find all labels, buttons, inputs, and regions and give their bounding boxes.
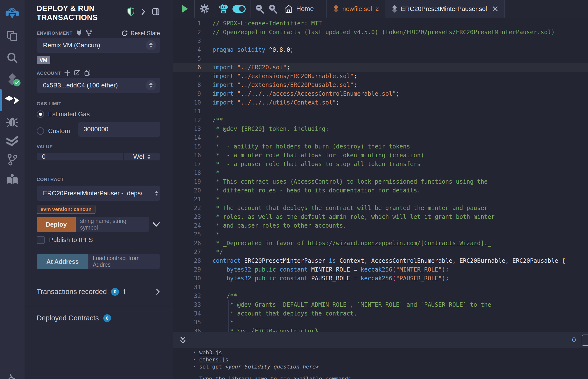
line-number: 24 <box>173 221 201 230</box>
deploy-args-input[interactable]: string name, string symbol <box>76 217 149 232</box>
terminal-bar[interactable]: 0 <box>173 332 588 348</box>
code-line[interactable]: 8import "../extensions/ERC20Pausable.sol… <box>173 80 588 89</box>
code-line[interactable]: 17 * - a pauser role that allows to stop… <box>173 160 588 169</box>
tab-erc20presetminterpauser[interactable]: ERC20PresetMinterPauser.sol <box>385 0 505 17</box>
terminal-item[interactable]: web3.js <box>193 349 588 356</box>
copy-account-icon[interactable] <box>84 69 91 77</box>
code-line[interactable]: 35 * <box>173 318 588 327</box>
terminal-search-box[interactable] <box>582 334 588 346</box>
code-line[interactable]: 2// OpenZeppelin Contracts (last updated… <box>173 28 588 37</box>
code-line[interactable]: 7import "../extensions/ERC20Burnable.sol… <box>173 72 588 80</box>
custom-gas-input[interactable]: 3000000 <box>78 122 160 137</box>
code-line[interactable]: 15 * - ability for holders to burn (dest… <box>173 142 588 151</box>
run-script-icon[interactable] <box>181 0 189 17</box>
contract-select[interactable]: ERC20PresetMinterPauser - .deps/ <box>37 186 160 201</box>
contract-label-row: CONTRACT <box>37 177 160 182</box>
terminal-output[interactable]: web3.jsethers.jssol-gpt <your Solidity q… <box>173 348 588 379</box>
code-line[interactable]: 19 * This contract uses {AccessControl} … <box>173 177 588 186</box>
close-tab-icon[interactable] <box>492 6 498 12</box>
at-address-input[interactable]: Load contract from Addres <box>88 254 160 269</box>
static-analysis-icon[interactable] <box>0 136 24 147</box>
expand-transactions-icon[interactable] <box>156 289 160 295</box>
learneth-icon[interactable] <box>0 173 24 186</box>
code-editor[interactable]: 1// SPDX-License-Identifier: MIT2// Open… <box>173 17 588 332</box>
ai-copilot-robot-icon[interactable] <box>219 0 229 17</box>
select-arrows-icon <box>155 191 158 196</box>
pin-panel-icon[interactable] <box>152 8 160 17</box>
estimated-gas-radio[interactable] <box>37 111 44 118</box>
code-line[interactable]: 24 * and pauser roles to other accounts. <box>173 221 588 230</box>
code-line[interactable]: 1// SPDX-License-Identifier: MIT <box>173 19 588 28</box>
shield-icon[interactable] <box>127 7 135 17</box>
code-line[interactable]: 16 * - a minter role that allows for tok… <box>173 151 588 160</box>
zoom-in-icon[interactable] <box>268 0 278 17</box>
gas-limit-row: GAS LIMIT <box>37 101 160 107</box>
deploy-button[interactable]: Deploy <box>37 217 76 232</box>
deploy-run-icon[interactable] <box>0 95 24 107</box>
code-line[interactable]: 12/** <box>173 116 588 125</box>
search-icon[interactable] <box>0 52 24 64</box>
expand-terminal-icon[interactable] <box>179 336 186 344</box>
code-line[interactable]: 26 * _Deprecated in favor of https://wiz… <box>173 239 588 248</box>
publish-ipfs-checkbox[interactable] <box>37 236 45 244</box>
tab-newfile[interactable]: newfile.sol 2 <box>327 0 385 17</box>
line-number: 32 <box>173 292 201 300</box>
at-address-button[interactable]: At Address <box>37 254 88 269</box>
custom-gas-radio[interactable] <box>37 127 44 135</box>
home-tab[interactable]: Home <box>284 0 314 17</box>
git-icon[interactable] <box>0 153 24 166</box>
code-line[interactable]: 36 * See {ERC20-constructor}. <box>173 327 588 332</box>
code-line[interactable]: 22 * The account that deploys the contra… <box>173 204 588 212</box>
expand-constructor-icon[interactable] <box>153 222 160 227</box>
plug-icon[interactable] <box>76 29 82 37</box>
code-line[interactable]: 20 * different roles - head to its docum… <box>173 186 588 195</box>
copilot-toggle[interactable] <box>232 5 246 13</box>
code-line[interactable]: 28contract ERC20PresetMinterPauser is Co… <box>173 256 588 265</box>
code-line[interactable]: 18 * <box>173 169 588 177</box>
chevron-right-icon[interactable] <box>141 8 145 16</box>
code-line[interactable]: 23 * roles, as well as the default admin… <box>173 212 588 221</box>
debugger-icon[interactable] <box>0 115 24 128</box>
code-line[interactable]: 25 * <box>173 230 588 239</box>
code-line[interactable]: 29 bytes32 public constant MINTER_ROLE =… <box>173 265 588 274</box>
main-area: Home newfile.sol 2 ERC20PresetMinterPaus… <box>173 0 588 379</box>
code-line[interactable]: 34 * account that deploys the contract. <box>173 309 588 318</box>
line-number: 10 <box>173 98 201 107</box>
code-line[interactable]: 14 * <box>173 133 588 142</box>
terminal-item[interactable]: ethers.js <box>193 356 588 363</box>
info-icon[interactable]: i <box>123 288 125 296</box>
code-line[interactable]: 6import "../ERC20.sol"; <box>173 63 588 72</box>
code-line[interactable]: 10import "../../../utils/Context.sol"; <box>173 98 588 107</box>
solidity-compiler-icon[interactable] <box>0 73 24 86</box>
code-line[interactable]: 33 * @dev Grants `DEFAULT_ADMIN_ROLE`, `… <box>173 300 588 309</box>
code-line[interactable]: 5 <box>173 54 588 63</box>
plugin-manager-icon[interactable] <box>0 373 24 379</box>
code-line[interactable]: 27 */ <box>173 248 588 256</box>
line-number: 28 <box>173 256 201 265</box>
value-input[interactable]: 0 <box>37 153 124 160</box>
remix-logo-icon[interactable] <box>0 5 24 20</box>
zoom-out-icon[interactable] <box>255 0 264 17</box>
file-explorer-icon[interactable] <box>0 30 24 42</box>
code-line[interactable]: 30 bytes32 public constant PAUSER_ROLE =… <box>173 274 588 283</box>
code-line[interactable]: 21 * <box>173 195 588 204</box>
code-line[interactable]: 9import "../../../access/AccessControlEn… <box>173 89 588 98</box>
terminal-hint: Type the library name to see available c… <box>193 375 588 379</box>
code-line[interactable]: 32 /** <box>173 292 588 300</box>
code-line[interactable]: 3 <box>173 37 588 46</box>
value-unit-select[interactable]: Wei <box>124 153 160 160</box>
custom-gas-label: Custom <box>48 127 70 135</box>
code-line[interactable]: 4pragma solidity ^0.8.0; <box>173 46 588 54</box>
code-line[interactable]: 13 * @dev {ERC20} token, including: <box>173 125 588 133</box>
icon-rail <box>0 0 24 379</box>
sign-message-icon[interactable] <box>74 69 81 77</box>
add-account-icon[interactable] <box>64 70 71 77</box>
fork-environment-icon[interactable] <box>86 29 93 37</box>
account-select[interactable]: 0x5B3...eddC4 (100 ether) <box>37 78 160 93</box>
code-line[interactable]: 11 <box>173 107 588 116</box>
script-config-gear-icon[interactable] <box>199 0 210 17</box>
transactions-recorded-row[interactable]: Transactions recorded 0 i <box>37 288 160 296</box>
code-line[interactable]: 31 <box>173 283 588 292</box>
reset-state-button[interactable]: Reset State <box>121 30 160 37</box>
environment-select[interactable]: Remix VM (Cancun) <box>37 38 160 53</box>
